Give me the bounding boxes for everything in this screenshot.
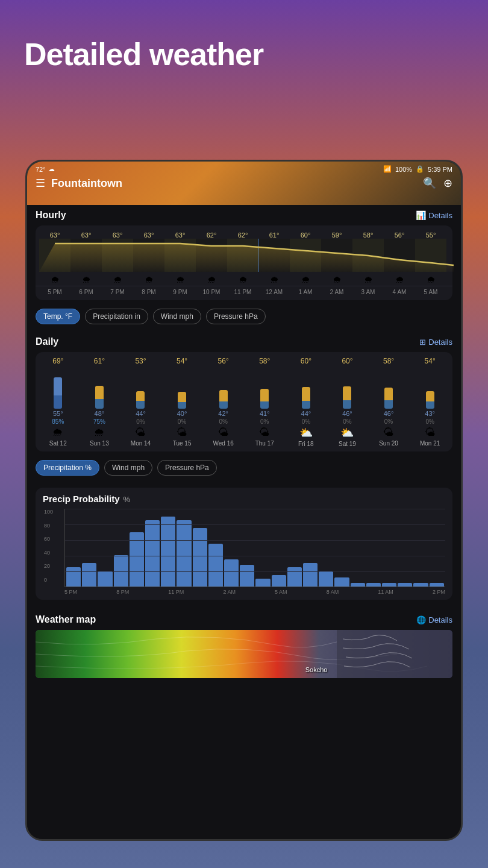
daily-item-mon21[interactable]: 54° 43° 0% 🌤 Mon 21 — [410, 357, 450, 448]
status-time: 5:39 PM — [428, 166, 452, 173]
hourly-time-5: 10 PM — [196, 289, 227, 295]
daily-bar-high-5 — [260, 389, 269, 401]
search-icon[interactable]: 🔍 — [423, 177, 436, 190]
hourly-icon-1: 🌧 — [70, 274, 102, 285]
daily-precip-3: 0% — [178, 418, 186, 425]
daily-details-btn[interactable]: ⊞ Details — [419, 338, 452, 347]
daily-filter-pressure[interactable]: Pressure hPa — [157, 460, 217, 476]
daily-day-5: Thu 17 — [255, 440, 274, 447]
daily-low-4: 42° — [218, 410, 228, 417]
daily-item-sun13[interactable]: 61° 48° 75% 🌧 Sun 13 — [80, 357, 120, 448]
daily-item-wed16[interactable]: 56° 42° 0% 🌤 Wed 16 — [203, 357, 243, 448]
daily-bar-low-6 — [302, 401, 310, 409]
daily-high-6: 60° — [301, 357, 311, 365]
daily-high-5: 58° — [259, 357, 270, 365]
precip-chart-wrapper: 100 80 60 40 20 0 — [64, 509, 445, 595]
hourly-details-btn[interactable]: 📊 Details — [416, 210, 452, 220]
daily-icon-1: 🌧 — [94, 426, 105, 439]
daily-low-1: 48° — [95, 410, 105, 417]
hourly-icon-7: 🌧 — [258, 274, 290, 285]
precip-title: Precip Probability — [43, 494, 120, 504]
gps-icon[interactable]: ⊕ — [443, 177, 452, 190]
daily-precip-9: 0% — [425, 418, 434, 425]
daily-filter-wind[interactable]: Wind mph — [104, 460, 152, 476]
hourly-icon-9: 🌧 — [321, 274, 352, 285]
precip-chart-area — [64, 509, 445, 587]
daily-title: Daily — [36, 336, 58, 347]
daily-section-wrapper: Daily ⊞ Details 69° 55° — [27, 332, 461, 483]
precip-bar-0 — [66, 567, 81, 587]
daily-day-7: Sat 19 — [339, 441, 356, 448]
precip-bars — [65, 509, 445, 587]
hourly-temp-1: 63° — [70, 231, 102, 239]
daily-precip-1: 75% — [93, 418, 105, 425]
daily-item-fri18[interactable]: 60° 44° 0% ⛅ Fri 18 — [286, 357, 327, 448]
precip-bar-17 — [334, 577, 349, 587]
daily-icon-9: 🌤 — [425, 426, 436, 439]
daily-item-sun20[interactable]: 58° 46° 0% 🌤 Sun 20 — [369, 357, 409, 448]
status-temp: 72° — [36, 166, 46, 173]
daily-icon-2: 🌤 — [135, 426, 146, 439]
daily-items-row: 69° 55° 85% 🌧 Sat 12 61° — [38, 357, 450, 448]
daily-bar-high-2 — [136, 391, 145, 401]
weather-map[interactable]: Sokcho — [36, 630, 452, 678]
daily-bar-low-4 — [219, 401, 228, 409]
precip-bar-20 — [382, 583, 396, 587]
daily-bar-8 — [383, 366, 394, 409]
daily-item-tue15[interactable]: 54° 40° 0% 🌤 Tue 15 — [162, 357, 202, 448]
hourly-filter-pressure[interactable]: Pressure hPa — [206, 309, 266, 324]
map-header: Weather map 🌐 Details — [36, 614, 452, 625]
precip-header: Precip Probability % — [43, 494, 445, 504]
daily-day-2: Mon 14 — [131, 440, 151, 447]
hourly-temp-4: 63° — [164, 231, 196, 239]
daily-precip-6: 0% — [302, 418, 310, 425]
daily-bar-low-1 — [95, 399, 104, 409]
map-svg — [36, 630, 452, 678]
hourly-filter-temp[interactable]: Temp. °F — [36, 309, 80, 324]
daily-item-mon14[interactable]: 53° 44° 0% 🌤 Mon 14 — [120, 357, 161, 448]
nav-bar: ☰ Fountaintown 🔍 ⊕ — [27, 173, 461, 193]
precip-bar-12 — [255, 579, 270, 587]
daily-item-sat19[interactable]: 60° 46° 0% ⛅ Sat 19 — [327, 357, 368, 448]
map-location-label: Sokcho — [305, 666, 328, 673]
hourly-icon-3: 🌧 — [133, 274, 164, 285]
daily-icon-0: 🌧 — [52, 426, 63, 439]
menu-icon[interactable]: ☰ — [36, 177, 45, 190]
precip-y-80: 80 — [44, 523, 53, 529]
precip-y-60: 60 — [44, 536, 53, 542]
precip-y-0: 0 — [44, 577, 53, 583]
daily-low-7: 46° — [342, 410, 352, 417]
daily-bar-7 — [342, 366, 352, 409]
daily-bar-low-2 — [136, 401, 145, 409]
daily-filter-precip[interactable]: Precipitation % — [36, 460, 99, 476]
daily-item-thu17[interactable]: 58° 41° 0% 🌤 Thu 17 — [245, 357, 285, 448]
hourly-title: Hourly — [36, 210, 66, 221]
hourly-icon-6: 🌧 — [227, 274, 258, 285]
daily-high-7: 60° — [342, 357, 352, 365]
hourly-filter-wind[interactable]: Wind mph — [153, 309, 201, 324]
daily-high-1: 61° — [94, 357, 105, 365]
status-bar: 72° ☁ 📶 100% 🔒 5:39 PM — [27, 162, 461, 173]
hourly-time-0: 5 PM — [39, 289, 70, 295]
daily-day-4: Wed 16 — [213, 440, 234, 447]
daily-bar-high-1 — [95, 386, 104, 399]
device-header-bg: 72° ☁ 📶 100% 🔒 5:39 PM ☰ Fountaintown 🔍 … — [27, 162, 461, 205]
map-details-btn[interactable]: 🌐 Details — [416, 615, 452, 624]
daily-precip-4: 0% — [219, 418, 227, 425]
daily-bar-4 — [218, 366, 229, 409]
precip-x-4: 5 AM — [275, 589, 287, 595]
daily-item-sat12[interactable]: 69° 55° 85% 🌧 Sat 12 — [38, 357, 78, 448]
hourly-icon-0: 🌧 — [39, 274, 70, 285]
daily-filters: Precipitation % Wind mph Pressure hPa — [36, 456, 452, 478]
daily-card: 69° 55° 85% 🌧 Sat 12 61° — [36, 352, 452, 451]
daily-bar-high-8 — [384, 388, 393, 400]
hourly-filter-precip[interactable]: Precipitation in — [85, 309, 148, 324]
nav-icons: 🔍 ⊕ — [423, 177, 452, 190]
hourly-icon-5: 🌧 — [196, 274, 227, 285]
precip-card: Precip Probability % 100 80 60 40 20 0 — [36, 488, 452, 600]
daily-day-3: Tue 15 — [173, 440, 192, 447]
hourly-time-12: 5 AM — [415, 289, 446, 295]
precip-grid-100 — [65, 509, 445, 509]
hourly-times-row: 5 PM 6 PM 7 PM 8 PM 9 PM 10 PM 11 PM 12 … — [36, 286, 452, 297]
hourly-temp-11: 56° — [384, 231, 415, 239]
